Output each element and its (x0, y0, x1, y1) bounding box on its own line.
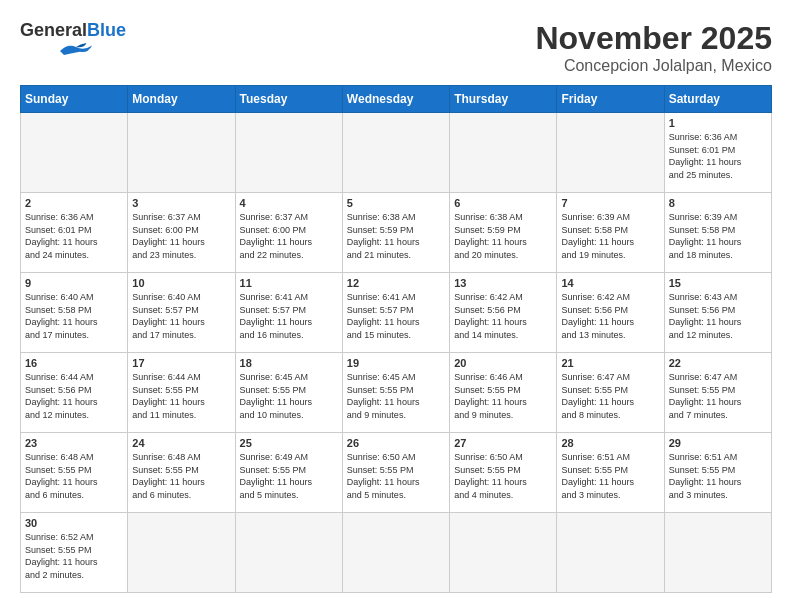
calendar-cell: 27Sunrise: 6:50 AM Sunset: 5:55 PM Dayli… (450, 433, 557, 513)
calendar-cell (450, 113, 557, 193)
day-info: Sunrise: 6:36 AM Sunset: 6:01 PM Dayligh… (25, 211, 123, 261)
day-number: 16 (25, 357, 123, 369)
calendar-cell: 8Sunrise: 6:39 AM Sunset: 5:58 PM Daylig… (664, 193, 771, 273)
bird-icon (56, 39, 96, 59)
calendar-cell (21, 113, 128, 193)
day-number: 4 (240, 197, 338, 209)
calendar-cell: 10Sunrise: 6:40 AM Sunset: 5:57 PM Dayli… (128, 273, 235, 353)
calendar-cell: 30Sunrise: 6:52 AM Sunset: 5:55 PM Dayli… (21, 513, 128, 593)
day-number: 24 (132, 437, 230, 449)
day-number: 19 (347, 357, 445, 369)
day-info: Sunrise: 6:48 AM Sunset: 5:55 PM Dayligh… (25, 451, 123, 501)
calendar-cell (664, 513, 771, 593)
day-number: 21 (561, 357, 659, 369)
calendar-cell (557, 513, 664, 593)
weekday-header-tuesday: Tuesday (235, 86, 342, 113)
calendar-cell: 6Sunrise: 6:38 AM Sunset: 5:59 PM Daylig… (450, 193, 557, 273)
calendar-cell: 18Sunrise: 6:45 AM Sunset: 5:55 PM Dayli… (235, 353, 342, 433)
day-info: Sunrise: 6:44 AM Sunset: 5:55 PM Dayligh… (132, 371, 230, 421)
location-title: Concepcion Jolalpan, Mexico (535, 57, 772, 75)
day-number: 18 (240, 357, 338, 369)
calendar-cell: 16Sunrise: 6:44 AM Sunset: 5:56 PM Dayli… (21, 353, 128, 433)
calendar-cell: 19Sunrise: 6:45 AM Sunset: 5:55 PM Dayli… (342, 353, 449, 433)
calendar-cell (235, 513, 342, 593)
day-info: Sunrise: 6:39 AM Sunset: 5:58 PM Dayligh… (669, 211, 767, 261)
day-info: Sunrise: 6:51 AM Sunset: 5:55 PM Dayligh… (561, 451, 659, 501)
week-row-1: 2Sunrise: 6:36 AM Sunset: 6:01 PM Daylig… (21, 193, 772, 273)
day-number: 20 (454, 357, 552, 369)
day-info: Sunrise: 6:45 AM Sunset: 5:55 PM Dayligh… (240, 371, 338, 421)
calendar-table: SundayMondayTuesdayWednesdayThursdayFrid… (20, 85, 772, 593)
calendar-cell: 26Sunrise: 6:50 AM Sunset: 5:55 PM Dayli… (342, 433, 449, 513)
week-row-0: 1Sunrise: 6:36 AM Sunset: 6:01 PM Daylig… (21, 113, 772, 193)
calendar-cell: 5Sunrise: 6:38 AM Sunset: 5:59 PM Daylig… (342, 193, 449, 273)
calendar-cell (128, 513, 235, 593)
logo-general: General (20, 20, 87, 41)
weekday-header-saturday: Saturday (664, 86, 771, 113)
day-info: Sunrise: 6:50 AM Sunset: 5:55 PM Dayligh… (347, 451, 445, 501)
day-info: Sunrise: 6:45 AM Sunset: 5:55 PM Dayligh… (347, 371, 445, 421)
week-row-2: 9Sunrise: 6:40 AM Sunset: 5:58 PM Daylig… (21, 273, 772, 353)
calendar-cell: 22Sunrise: 6:47 AM Sunset: 5:55 PM Dayli… (664, 353, 771, 433)
calendar-cell: 7Sunrise: 6:39 AM Sunset: 5:58 PM Daylig… (557, 193, 664, 273)
weekday-header-thursday: Thursday (450, 86, 557, 113)
calendar-cell: 1Sunrise: 6:36 AM Sunset: 6:01 PM Daylig… (664, 113, 771, 193)
day-number: 2 (25, 197, 123, 209)
day-number: 6 (454, 197, 552, 209)
calendar-cell: 12Sunrise: 6:41 AM Sunset: 5:57 PM Dayli… (342, 273, 449, 353)
calendar-cell (342, 113, 449, 193)
calendar-cell: 15Sunrise: 6:43 AM Sunset: 5:56 PM Dayli… (664, 273, 771, 353)
month-title: November 2025 (535, 20, 772, 57)
week-row-5: 30Sunrise: 6:52 AM Sunset: 5:55 PM Dayli… (21, 513, 772, 593)
day-info: Sunrise: 6:51 AM Sunset: 5:55 PM Dayligh… (669, 451, 767, 501)
calendar-cell: 9Sunrise: 6:40 AM Sunset: 5:58 PM Daylig… (21, 273, 128, 353)
day-info: Sunrise: 6:38 AM Sunset: 5:59 PM Dayligh… (347, 211, 445, 261)
calendar-cell: 4Sunrise: 6:37 AM Sunset: 6:00 PM Daylig… (235, 193, 342, 273)
calendar-cell: 17Sunrise: 6:44 AM Sunset: 5:55 PM Dayli… (128, 353, 235, 433)
title-block: November 2025 Concepcion Jolalpan, Mexic… (535, 20, 772, 75)
day-info: Sunrise: 6:41 AM Sunset: 5:57 PM Dayligh… (240, 291, 338, 341)
day-info: Sunrise: 6:38 AM Sunset: 5:59 PM Dayligh… (454, 211, 552, 261)
weekday-header-friday: Friday (557, 86, 664, 113)
day-info: Sunrise: 6:49 AM Sunset: 5:55 PM Dayligh… (240, 451, 338, 501)
page-header: General Blue November 2025 Concepcion Jo… (20, 20, 772, 75)
weekday-header-monday: Monday (128, 86, 235, 113)
calendar-cell: 3Sunrise: 6:37 AM Sunset: 6:00 PM Daylig… (128, 193, 235, 273)
day-info: Sunrise: 6:44 AM Sunset: 5:56 PM Dayligh… (25, 371, 123, 421)
calendar-cell: 21Sunrise: 6:47 AM Sunset: 5:55 PM Dayli… (557, 353, 664, 433)
day-info: Sunrise: 6:42 AM Sunset: 5:56 PM Dayligh… (454, 291, 552, 341)
day-number: 13 (454, 277, 552, 289)
day-number: 30 (25, 517, 123, 529)
day-info: Sunrise: 6:47 AM Sunset: 5:55 PM Dayligh… (561, 371, 659, 421)
day-number: 12 (347, 277, 445, 289)
weekday-header-wednesday: Wednesday (342, 86, 449, 113)
day-number: 23 (25, 437, 123, 449)
calendar-cell: 28Sunrise: 6:51 AM Sunset: 5:55 PM Dayli… (557, 433, 664, 513)
weekday-header-row: SundayMondayTuesdayWednesdayThursdayFrid… (21, 86, 772, 113)
day-number: 7 (561, 197, 659, 209)
day-info: Sunrise: 6:52 AM Sunset: 5:55 PM Dayligh… (25, 531, 123, 581)
calendar-cell: 29Sunrise: 6:51 AM Sunset: 5:55 PM Dayli… (664, 433, 771, 513)
day-info: Sunrise: 6:37 AM Sunset: 6:00 PM Dayligh… (240, 211, 338, 261)
calendar-cell (557, 113, 664, 193)
day-number: 17 (132, 357, 230, 369)
day-number: 28 (561, 437, 659, 449)
calendar-body: 1Sunrise: 6:36 AM Sunset: 6:01 PM Daylig… (21, 113, 772, 593)
weekday-header-sunday: Sunday (21, 86, 128, 113)
day-number: 8 (669, 197, 767, 209)
calendar-cell: 23Sunrise: 6:48 AM Sunset: 5:55 PM Dayli… (21, 433, 128, 513)
logo-blue: Blue (87, 20, 126, 41)
day-number: 25 (240, 437, 338, 449)
day-info: Sunrise: 6:46 AM Sunset: 5:55 PM Dayligh… (454, 371, 552, 421)
day-info: Sunrise: 6:40 AM Sunset: 5:58 PM Dayligh… (25, 291, 123, 341)
day-number: 5 (347, 197, 445, 209)
day-info: Sunrise: 6:47 AM Sunset: 5:55 PM Dayligh… (669, 371, 767, 421)
calendar-cell: 24Sunrise: 6:48 AM Sunset: 5:55 PM Dayli… (128, 433, 235, 513)
calendar-cell: 2Sunrise: 6:36 AM Sunset: 6:01 PM Daylig… (21, 193, 128, 273)
calendar-cell (342, 513, 449, 593)
day-info: Sunrise: 6:37 AM Sunset: 6:00 PM Dayligh… (132, 211, 230, 261)
day-info: Sunrise: 6:48 AM Sunset: 5:55 PM Dayligh… (132, 451, 230, 501)
day-number: 10 (132, 277, 230, 289)
day-info: Sunrise: 6:42 AM Sunset: 5:56 PM Dayligh… (561, 291, 659, 341)
day-number: 22 (669, 357, 767, 369)
